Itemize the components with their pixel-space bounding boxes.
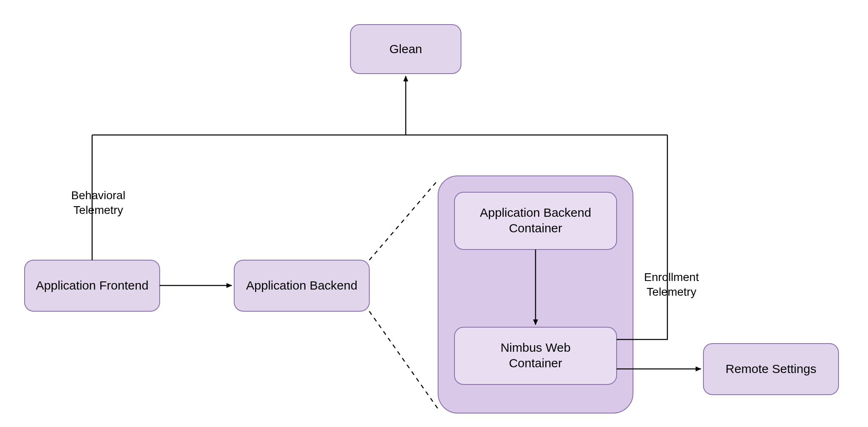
edge-enrollment-label-2: Telemetry — [646, 285, 696, 298]
edge-behavioral-label-1: Behavioral — [71, 189, 125, 202]
node-remote-settings-label: Remote Settings — [726, 362, 816, 375]
architecture-diagram: Glean Application Frontend Application B… — [0, 0, 868, 427]
node-application-backend-container: Application Backend Container — [454, 192, 617, 249]
node-application-frontend: Application Frontend — [25, 260, 160, 311]
node-application-frontend-label: Application Frontend — [36, 279, 148, 292]
node-nimbus-web-container-label-2: Container — [509, 356, 562, 370]
node-nimbus-web-container-label-1: Nimbus Web — [500, 341, 570, 354]
edge-behavioral-label-2: Telemetry — [73, 204, 123, 216]
node-glean: Glean — [350, 25, 461, 74]
node-application-backend: Application Backend — [234, 260, 369, 311]
expansion-dash-top — [369, 180, 438, 260]
node-application-backend-container-label-1: Application Backend — [480, 206, 591, 219]
edge-enrollment-label-1: Enrollment — [644, 271, 699, 283]
node-nimbus-web-container: Nimbus Web Container — [454, 327, 617, 384]
node-glean-label: Glean — [389, 42, 422, 56]
node-application-backend-container-label-2: Container — [509, 221, 562, 235]
expansion-dash-bottom — [369, 311, 438, 409]
node-remote-settings: Remote Settings — [703, 344, 839, 395]
node-application-backend-label: Application Backend — [246, 279, 357, 292]
